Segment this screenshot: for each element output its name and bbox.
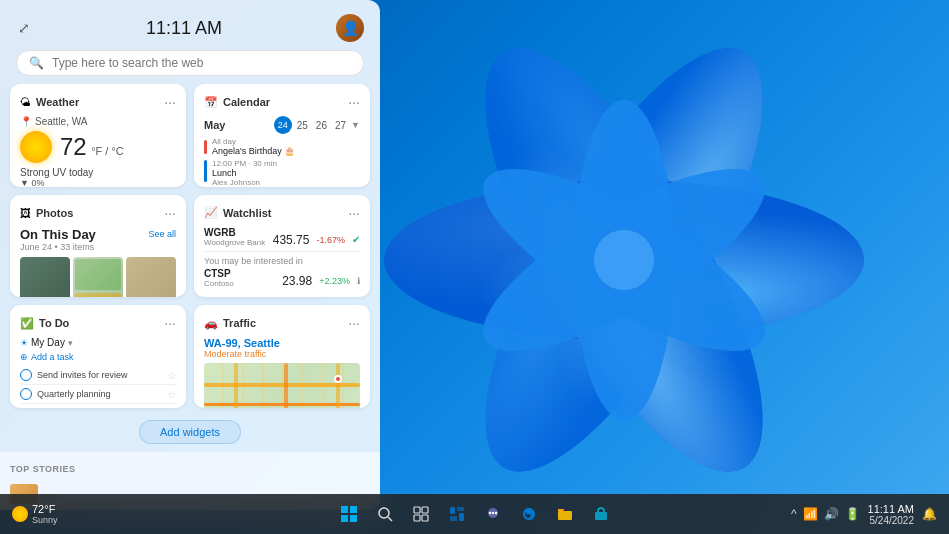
taskbar-clock[interactable]: 11:11 AM 5/24/2022 bbox=[868, 503, 914, 526]
svg-rect-22 bbox=[422, 515, 428, 521]
calendar-widget: 📅 Calendar ··· May 24 25 26 27 ▼ bbox=[194, 84, 370, 187]
photo-1[interactable] bbox=[20, 257, 70, 298]
taskbar-explorer-icon bbox=[557, 506, 573, 522]
taskbar-widgets-button[interactable] bbox=[441, 498, 473, 530]
svg-rect-14 bbox=[350, 506, 357, 513]
photos-widget: 🖼 Photos ··· On This Day See all June 24… bbox=[10, 195, 186, 298]
stock-2-info-icon: ℹ bbox=[357, 276, 360, 286]
system-tray: ^ 📶 🔊 🔋 bbox=[791, 507, 860, 521]
todo-item-1-content: Send invites for review bbox=[20, 369, 128, 381]
watchlist-divider bbox=[204, 251, 360, 252]
traffic-title: Traffic bbox=[223, 317, 256, 329]
search-input[interactable] bbox=[52, 56, 351, 70]
taskbar-taskview-button[interactable] bbox=[405, 498, 437, 530]
calendar-header: May 24 25 26 27 ▼ bbox=[204, 116, 360, 134]
taskbar-left: 72°F Sunny bbox=[12, 503, 58, 525]
expand-button[interactable]: ⤢ bbox=[16, 18, 32, 38]
weather-widget-header: 🌤 Weather ··· bbox=[20, 94, 176, 110]
taskbar-explorer-button[interactable] bbox=[549, 498, 581, 530]
stock-1-check-icon: ✔ bbox=[352, 234, 360, 245]
tray-battery-icon[interactable]: 🔋 bbox=[845, 507, 860, 521]
weather-icon: 🌤 bbox=[20, 96, 31, 108]
todo-item-1: Send invites for review ☆ bbox=[20, 366, 176, 385]
svg-rect-26 bbox=[459, 513, 464, 521]
svg-rect-16 bbox=[350, 515, 357, 522]
notification-bell-icon[interactable]: 🔔 bbox=[922, 507, 937, 521]
taskbar-weather[interactable]: 72°F Sunny bbox=[12, 503, 58, 525]
traffic-widget: 🚗 Traffic ··· WA-99, Seattle Moderate tr… bbox=[194, 305, 370, 408]
clock-time: 11:11 AM bbox=[868, 503, 914, 515]
taskbar-chat-button[interactable] bbox=[477, 498, 509, 530]
svg-point-17 bbox=[379, 508, 389, 518]
allday-label: All day bbox=[212, 137, 295, 146]
taskbar-weather-info: 72°F Sunny bbox=[32, 503, 58, 525]
calendar-chevron-icon: ▼ bbox=[351, 120, 360, 130]
photo-3[interactable] bbox=[126, 257, 176, 298]
map-location-dot bbox=[334, 375, 342, 383]
weather-temp: 72 bbox=[60, 133, 87, 160]
todo-item-1-text: Send invites for review bbox=[37, 370, 128, 380]
photos-date: June 24 • 33 items bbox=[20, 242, 176, 252]
photos-icon: 🖼 bbox=[20, 207, 31, 219]
traffic-map[interactable] bbox=[204, 363, 360, 408]
map-road-v1 bbox=[234, 363, 238, 408]
event-1-time: 12:00 PM · 30 min bbox=[212, 159, 277, 168]
calendar-icon: 📅 bbox=[204, 96, 218, 109]
allday-bar bbox=[204, 140, 207, 154]
map-road-v2 bbox=[284, 363, 288, 408]
watchlist-menu-button[interactable]: ··· bbox=[348, 205, 360, 221]
todo-icon: ✅ bbox=[20, 317, 34, 330]
todo-add-task[interactable]: ⊕ Add a task bbox=[20, 352, 176, 362]
taskbar-store-button[interactable] bbox=[585, 498, 617, 530]
tray-chevron-icon[interactable]: ^ bbox=[791, 507, 797, 521]
taskbar-taskview-icon bbox=[413, 506, 429, 522]
calendar-date-25: 25 bbox=[294, 119, 311, 132]
photos-title: Photos bbox=[36, 207, 73, 219]
svg-rect-23 bbox=[450, 507, 455, 514]
weather-menu-button[interactable]: ··· bbox=[164, 94, 176, 110]
stock-2-price-row: 23.98 +2.23% ℹ bbox=[282, 274, 360, 288]
tray-sound-icon[interactable]: 🔊 bbox=[824, 507, 839, 521]
todo-radio-1[interactable] bbox=[20, 369, 32, 381]
event-1-info: 12:00 PM · 30 min Lunch Alex Johnson bbox=[212, 159, 277, 187]
event-1-title: Lunch bbox=[212, 168, 277, 178]
todo-widget: ✅ To Do ··· ☀ My Day ▾ ⊕ Add a task bbox=[10, 305, 186, 408]
taskbar-search-button[interactable] bbox=[369, 498, 401, 530]
traffic-icon: 🚗 bbox=[204, 317, 218, 330]
time-row: ⤢ 11:11 AM 👤 bbox=[16, 14, 364, 42]
calendar-dates: 24 25 26 27 ▼ bbox=[274, 116, 360, 134]
traffic-menu-button[interactable]: ··· bbox=[348, 315, 360, 331]
calendar-date-26: 26 bbox=[313, 119, 330, 132]
calendar-menu-button[interactable]: ··· bbox=[348, 94, 360, 110]
bloom-wallpaper bbox=[359, 5, 889, 515]
taskbar-edge-button[interactable] bbox=[513, 498, 545, 530]
tray-network-icon[interactable]: 📶 bbox=[803, 507, 818, 521]
todo-title-row: ✅ To Do bbox=[20, 317, 69, 330]
user-avatar[interactable]: 👤 bbox=[336, 14, 364, 42]
watchlist-widget-header: 📈 Watchlist ··· bbox=[204, 205, 360, 221]
todo-menu-button[interactable]: ··· bbox=[164, 315, 176, 331]
taskbar-store-icon bbox=[593, 506, 609, 522]
taskbar-right: ^ 📶 🔊 🔋 11:11 AM 5/24/2022 🔔 bbox=[791, 503, 937, 526]
weather-title-row: 🌤 Weather bbox=[20, 96, 79, 108]
traffic-title-row: 🚗 Traffic bbox=[204, 317, 256, 330]
taskbar: 72°F Sunny bbox=[0, 494, 949, 534]
weather-unit: °F / °C bbox=[91, 145, 124, 157]
todo-star-1[interactable]: ☆ bbox=[167, 370, 176, 381]
taskbar-edge-icon bbox=[521, 506, 537, 522]
taskbar-start-button[interactable] bbox=[333, 498, 365, 530]
calendar-title: Calendar bbox=[223, 96, 270, 108]
weather-location: 📍 Seattle, WA bbox=[20, 116, 176, 127]
top-stories-label: TOP STORIES bbox=[10, 464, 76, 474]
svg-rect-15 bbox=[341, 515, 348, 522]
svg-rect-21 bbox=[414, 515, 420, 521]
search-bar[interactable]: 🔍 bbox=[16, 50, 364, 76]
todo-radio-2[interactable] bbox=[20, 388, 32, 400]
add-widgets-button[interactable]: Add widgets bbox=[139, 420, 241, 444]
desktop: ⤢ 11:11 AM 👤 🔍 🌤 Weather ·· bbox=[0, 0, 949, 534]
todo-title: To Do bbox=[39, 317, 69, 329]
photo-2[interactable] bbox=[73, 257, 123, 298]
photos-menu-button[interactable]: ··· bbox=[164, 205, 176, 221]
todo-star-2[interactable]: ☆ bbox=[167, 389, 176, 400]
see-all-button[interactable]: See all bbox=[148, 229, 176, 239]
